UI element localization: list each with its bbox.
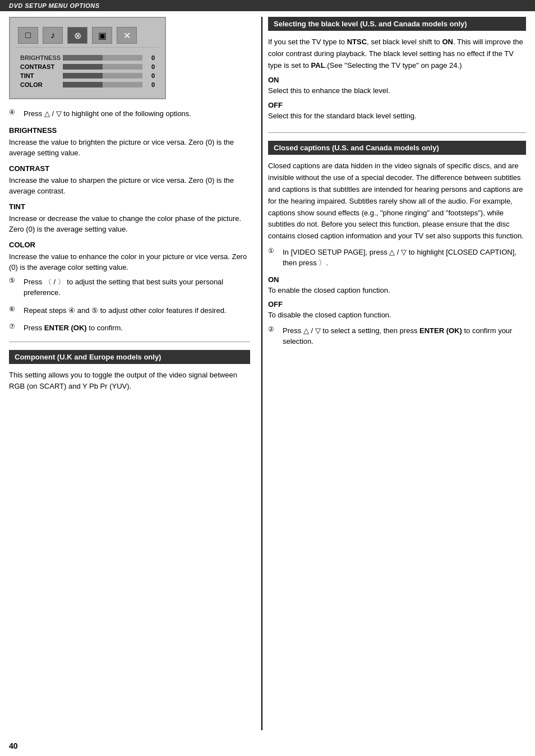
color-body: Increase the value to enhance the color …	[9, 251, 250, 273]
component-title: Component (U.K and Europe models only)	[9, 350, 250, 364]
tint-bar	[63, 73, 142, 79]
menu-icons: □ ♪ ⊗ ▣ ✕	[16, 24, 159, 48]
closed-captions-body: Closed captions are data hidden in the v…	[268, 160, 526, 242]
tint-body: Increase or decrease the value to change…	[9, 213, 250, 235]
cc-step-2: ② Press △ / ▽ to select a setting, then …	[268, 325, 526, 347]
brightness-bar	[63, 55, 142, 61]
step-6-text: Repeat steps ④ and ⑤ to adjust other col…	[24, 305, 226, 316]
step-4-num: ④	[9, 108, 21, 116]
content-area: □ ♪ ⊗ ▣ ✕ BRIGHTNESS 0 CONTRAST	[0, 11, 535, 736]
step-5: ⑤ Press 〈 / 〉 to adjust the setting that…	[9, 276, 250, 298]
black-level-section: Selecting the black level (U.S. and Cana…	[268, 17, 526, 121]
close-icon[interactable]: ✕	[117, 27, 137, 44]
black-level-on-body: Select this to enhance the black level.	[268, 85, 526, 96]
contrast-body: Increase the value to sharpen the pictur…	[9, 175, 250, 197]
cc-on-body: To enable the closed caption function.	[268, 285, 526, 296]
contrast-value: 0	[146, 63, 155, 70]
header-title: DVD SETUP MENU OPTIONS	[9, 2, 100, 9]
bookmark-icon[interactable]: ▣	[92, 27, 112, 44]
page: DVD SETUP MENU OPTIONS □ ♪ ⊗ ▣ ✕ BRIGHTN…	[0, 0, 535, 756]
dvd-menu-box: □ ♪ ⊗ ▣ ✕ BRIGHTNESS 0 CONTRAST	[9, 17, 166, 99]
color-bar	[63, 82, 142, 87]
right-column: Selecting the black level (U.S. and Cana…	[261, 17, 526, 730]
black-level-off-label: OFF	[268, 101, 526, 109]
black-level-on-label: ON	[268, 76, 526, 84]
black-level-off-body: Select this for the standard black level…	[268, 110, 526, 122]
tint-fill	[63, 73, 103, 79]
brightness-body: Increase the value to brighten the pictu…	[9, 137, 250, 159]
brightness-fill	[63, 55, 103, 61]
brightness-value: 0	[146, 54, 155, 61]
brightness-section: BRIGHTNESS Increase the value to brighte…	[9, 126, 250, 159]
color-section: COLOR Increase the value to enhance the …	[9, 241, 250, 273]
color-label: COLOR	[20, 81, 59, 88]
step-7: ⑦ Press ENTER (OK) to confirm.	[9, 322, 250, 334]
step-7-text: Press ENTER (OK) to confirm.	[24, 322, 123, 334]
cc-step-1-text: In [VIDEO SETUP PAGE], press △ / ▽ to hi…	[283, 247, 526, 269]
tint-row: TINT 0	[20, 72, 155, 79]
cc-step-2-text: Press △ / ▽ to select a setting, then pr…	[283, 325, 526, 347]
cc-step-2-num: ②	[268, 325, 280, 333]
cc-step-1-num: ①	[268, 247, 280, 255]
step-7-num: ⑦	[9, 322, 21, 330]
black-level-intro: If you set the TV type to NTSC, set blac…	[268, 36, 526, 71]
color-fill	[63, 82, 103, 87]
color-heading: COLOR	[9, 241, 250, 249]
tint-label: TINT	[20, 72, 59, 79]
brightness-row: BRIGHTNESS 0	[20, 54, 155, 61]
contrast-heading: CONTRAST	[9, 164, 250, 173]
header-bar: DVD SETUP MENU OPTIONS	[0, 0, 535, 11]
contrast-section: CONTRAST Increase the value to sharpen t…	[9, 164, 250, 197]
brightness-heading: BRIGHTNESS	[9, 126, 250, 135]
step-4: ④ Press △ / ▽ to highlight one of the fo…	[9, 108, 250, 119]
tint-heading: TINT	[9, 202, 250, 211]
left-column: □ ♪ ⊗ ▣ ✕ BRIGHTNESS 0 CONTRAST	[9, 17, 250, 730]
contrast-fill	[63, 64, 103, 70]
step-6: ⑥ Repeat steps ④ and ⑤ to adjust other c…	[9, 305, 250, 316]
cc-on-label: ON	[268, 275, 526, 284]
closed-captions-title: Closed captions (U.S. and Canada models …	[268, 141, 526, 155]
component-body: This setting allows you to toggle the ou…	[9, 370, 250, 393]
closed-captions-section: Closed captions (U.S. and Canada models …	[268, 141, 526, 347]
tint-value: 0	[146, 72, 155, 79]
brightness-label: BRIGHTNESS	[20, 54, 59, 61]
music-icon[interactable]: ♪	[43, 27, 63, 44]
step-5-text: Press 〈 / 〉 to adjust the setting that b…	[24, 276, 250, 298]
cc-off-label: OFF	[268, 300, 526, 308]
cc-step-1: ① In [VIDEO SETUP PAGE], press △ / ▽ to …	[268, 247, 526, 269]
color-value: 0	[146, 81, 155, 88]
page-number: 40	[0, 736, 535, 756]
settings-icon[interactable]: ⊗	[67, 27, 87, 44]
contrast-bar	[63, 64, 142, 70]
color-controls: BRIGHTNESS 0 CONTRAST 0 TI	[16, 52, 159, 93]
component-section: Component (U.K and Europe models only) T…	[9, 350, 250, 393]
step-6-num: ⑥	[9, 305, 21, 313]
black-level-title: Selecting the black level (U.S. and Cana…	[268, 17, 526, 31]
step-5-num: ⑤	[9, 276, 21, 284]
divider-closed-captions	[268, 132, 526, 133]
contrast-row: CONTRAST 0	[20, 63, 155, 70]
cc-off-body: To disable the closed caption function.	[268, 310, 526, 321]
divider-component	[9, 342, 250, 342]
contrast-label: CONTRAST	[20, 63, 59, 70]
step-4-text: Press △ / ▽ to highlight one of the foll…	[24, 108, 191, 119]
tint-section: TINT Increase or decrease the value to c…	[9, 202, 250, 235]
screen-icon[interactable]: □	[18, 27, 38, 44]
color-row: COLOR 0	[20, 81, 155, 88]
